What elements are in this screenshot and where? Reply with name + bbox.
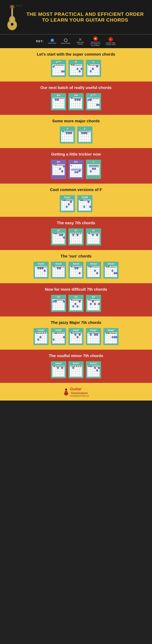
svg-point-72 — [90, 70, 92, 72]
super-common-chords-row: G"folk" — [3, 60, 149, 77]
svg-point-113 — [81, 97, 82, 99]
chord-name-Emin7: Emin7 — [73, 362, 79, 364]
svg-point-280 — [59, 234, 61, 236]
svg-point-415 — [115, 272, 118, 274]
chord-card-Esus4: Esus4 — [33, 262, 49, 279]
chord-name-Dsus4: Dsus4 — [108, 262, 114, 265]
svg-point-220 — [90, 170, 92, 172]
sus-chords-row: Esus4 — [3, 262, 149, 279]
chord-name-D: D — [75, 61, 77, 63]
svg-point-89 — [53, 97, 54, 99]
svg-point-262 — [89, 206, 91, 208]
chord-diagram-Esus4 — [34, 266, 48, 278]
svg-point-32 — [53, 66, 55, 68]
svg-point-467 — [90, 303, 92, 305]
chord-card-Dsus2: Dsus2 — [86, 262, 101, 279]
svg-point-598 — [70, 365, 72, 367]
svg-point-297 — [75, 232, 76, 234]
svg-point-336 — [44, 270, 46, 272]
chord-diagram-Amaj7 — [69, 332, 83, 344]
svg-point-412 — [110, 266, 111, 267]
svg-point-543 — [92, 332, 94, 334]
svg-point-36 — [61, 70, 63, 72]
svg-point-449 — [74, 303, 76, 305]
svg-point-94 — [63, 97, 65, 99]
svg-point-503 — [53, 338, 55, 341]
chord-name-Fadd9: Fadd9 — [82, 196, 88, 198]
svg-point-259 — [83, 206, 85, 208]
chord-name-E7: E7 — [75, 229, 77, 232]
chord-diagram-C — [87, 64, 100, 76]
chord-diagram-Cmaj7 — [34, 332, 48, 344]
music-notes: ♪ ♫ ♩ — [16, 4, 22, 7]
section-cool-f-title: Cool common versions of F — [3, 188, 149, 192]
svg-point-109 — [72, 97, 74, 99]
svg-point-448 — [72, 305, 74, 308]
open-string-icon — [64, 38, 67, 42]
chord-card-E7: E7 — [68, 228, 84, 246]
svg-point-451 — [79, 300, 81, 302]
chord-card-Dm: Dm — [51, 160, 66, 179]
logo-guitar-icon — [63, 388, 69, 396]
chord-card-Cmaj7: Cmaj7 — [33, 328, 49, 345]
logo-domination-text: Domination — [70, 392, 89, 395]
chord-card-B7: B7 — [86, 295, 101, 312]
svg-point-296 — [72, 234, 74, 236]
chord-card-E: E — [77, 126, 92, 144]
svg-point-319 — [98, 232, 100, 234]
chord-diagram-C7 — [69, 299, 83, 311]
svg-point-221 — [92, 168, 94, 170]
svg-point-298 — [76, 234, 79, 236]
section-difficult-7th-title: Now for more difficult 7th chords — [3, 287, 149, 292]
svg-point-545 — [96, 334, 98, 336]
page-title: THE MOST PRACTICAL AND EFFICIENT ORDER T… — [23, 11, 148, 23]
svg-point-489 — [44, 332, 45, 334]
chord-card-G7: G7 — [51, 295, 66, 312]
chord-card-Bm: Bm 2 — [68, 160, 84, 179]
svg-point-623 — [98, 367, 100, 369]
chord-card-F: F — [86, 160, 101, 179]
chord-card-Asus2: Asus2 — [51, 262, 66, 279]
svg-point-353 — [57, 267, 59, 269]
svg-point-240 — [68, 203, 70, 205]
svg-rect-586 — [70, 366, 82, 377]
svg-point-261 — [87, 201, 90, 203]
svg-point-34 — [57, 64, 59, 66]
svg-point-469 — [94, 303, 96, 305]
svg-point-55 — [76, 68, 79, 70]
chord-name-Amin7: Amin7 — [55, 362, 62, 364]
section-sus: The 'sus' chords Esus4 — [0, 250, 152, 283]
svg-point-524 — [72, 332, 74, 334]
chord-diagram-Amin7 — [52, 365, 65, 378]
fret-note-icon: ● — [108, 37, 113, 42]
svg-point-373 — [76, 267, 79, 269]
svg-point-542 — [90, 334, 92, 336]
svg-point-414 — [114, 272, 116, 274]
chord-diagram-Asus4 — [69, 266, 83, 278]
svg-point-452 — [81, 299, 82, 300]
key-item-kill: USE BACK OF 1ST FINGER TO KILL STRING — [90, 36, 101, 46]
svg-point-112 — [79, 99, 81, 101]
svg-point-356 — [63, 266, 65, 267]
svg-point-295 — [70, 232, 72, 234]
svg-point-433 — [63, 300, 65, 302]
chord-diagram-Bm: 2 — [69, 164, 83, 178]
svg-point-147 — [66, 132, 68, 134]
svg-point-131 — [98, 104, 100, 106]
chord-card-Dmin7: Dmin7 — [86, 361, 101, 378]
chord-name-Dsus2: Dsus2 — [90, 262, 97, 265]
chord-name-G: G"folk" — [56, 61, 61, 63]
section-easy-7th-title: The easy 7th chords — [3, 220, 149, 225]
chord-diagram-Am — [69, 97, 83, 109]
svg-point-468 — [92, 300, 94, 302]
open-string-label: OPEN STRING — [61, 42, 70, 44]
chord-diagram-Dsus4 — [104, 266, 118, 278]
svg-point-35 — [59, 64, 61, 66]
svg-point-354 — [59, 267, 61, 269]
svg-point-583 — [59, 365, 61, 367]
chord-diagram-A7 — [87, 232, 100, 244]
svg-rect-604 — [87, 366, 100, 377]
svg-point-75 — [96, 65, 98, 68]
chord-name-Bm: Bm — [74, 160, 78, 163]
svg-point-222 — [94, 168, 96, 170]
